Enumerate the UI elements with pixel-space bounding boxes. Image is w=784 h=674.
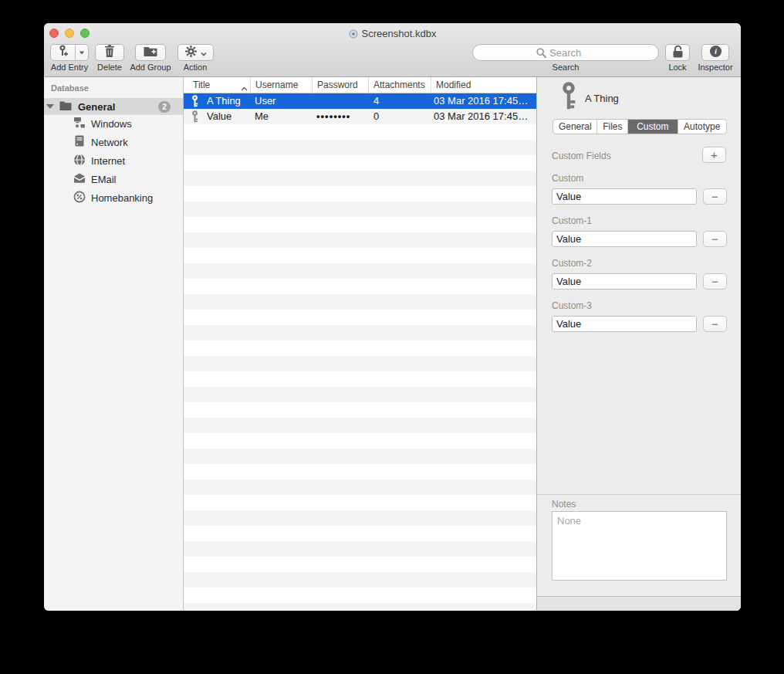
chevron-down-icon [201, 46, 207, 59]
sidebar-item-label: Windows [91, 118, 132, 130]
custom-field-label: Custom-1 [552, 215, 592, 226]
sort-ascending-icon [241, 81, 248, 93]
sidebar: Database General 2 [44, 77, 184, 611]
search-field[interactable] [472, 44, 659, 61]
sidebar-item-homebanking[interactable]: Homebanking [44, 188, 183, 207]
column-header-modified[interactable]: Modified [431, 77, 536, 93]
table-body[interactable]: A Thing User 4 03 Mar 2016 17:45… [184, 93, 536, 611]
inspector-tabs: General Files Custom Autotype [553, 119, 727, 134]
custom-field-value-input[interactable] [552, 188, 697, 205]
table-row[interactable]: Value Me •••••••• 0 03 Mar 2016 17:45… [184, 109, 536, 124]
add-entry-dropdown[interactable] [76, 51, 88, 55]
lock-label: Lock [668, 63, 686, 72]
folder-plus-icon [144, 46, 157, 59]
custom-field-label: Custom [552, 173, 583, 184]
gear-icon [184, 45, 198, 61]
window-title: Screenshot.kdbx [44, 28, 741, 41]
action-label: Action [184, 63, 208, 72]
entry-table: Title Username Password A [184, 77, 536, 611]
notes-divider [537, 494, 741, 495]
notes-textarea[interactable] [552, 511, 727, 581]
add-custom-field-button[interactable]: + [702, 147, 726, 163]
custom-field-value-input[interactable] [552, 231, 697, 247]
chevron-down-icon [79, 51, 84, 54]
sidebar-item-general[interactable]: General 2 [44, 98, 183, 115]
info-icon: i [709, 45, 722, 61]
sidebar-item-label: Network [91, 137, 128, 148]
tab-custom[interactable]: Custom [627, 120, 677, 134]
trash-icon [104, 45, 115, 60]
custom-fields-heading: Custom Fields [552, 151, 611, 161]
globe-icon [73, 154, 86, 168]
server-icon [73, 135, 86, 149]
table-header: Title Username Password A [184, 77, 536, 93]
remove-custom-field-button[interactable]: − [703, 188, 727, 205]
sidebar-item-email[interactable]: EMail [44, 170, 183, 188]
key-icon [191, 110, 199, 127]
entry-title: A Thing [585, 93, 619, 104]
table-row[interactable]: A Thing User 4 03 Mar 2016 17:45… [184, 93, 536, 109]
sidebar-item-label: Homebanking [91, 192, 153, 204]
custom-field-label: Custom-3 [552, 300, 592, 311]
folder-icon [59, 100, 72, 113]
add-group-button[interactable] [135, 44, 166, 61]
inspector-panel: A Thing General Files Custom Autotype [536, 77, 741, 611]
search-input[interactable] [549, 45, 654, 60]
delete-button[interactable] [95, 44, 124, 61]
sidebar-section-header: Database [51, 83, 89, 93]
search-icon [536, 48, 546, 58]
sidebar-item-internet[interactable]: Internet [44, 151, 183, 170]
window-header: Screenshot.kdbx [44, 23, 741, 77]
sidebar-item-label: EMail [91, 174, 117, 185]
column-header-username[interactable]: Username [250, 77, 312, 93]
add-entry-button[interactable] [50, 44, 89, 61]
envelope-icon [73, 173, 86, 185]
column-header-title[interactable]: Title [184, 77, 250, 93]
custom-field-value-input[interactable] [552, 273, 697, 290]
app-window: Screenshot.kdbx [44, 23, 741, 611]
inspector-button[interactable]: i [701, 44, 729, 61]
tab-general[interactable]: General [553, 120, 596, 134]
percent-icon [73, 191, 86, 205]
entry-key-icon [559, 82, 579, 113]
notes-heading: Notes [552, 499, 576, 510]
add-entry-label: Add Entry [51, 63, 88, 72]
key-plus-icon [58, 45, 69, 60]
desktop: Screenshot.kdbx [0, 0, 784, 674]
sidebar-item-label: Internet [91, 155, 125, 167]
window-content: Database General 2 [44, 77, 741, 611]
column-header-attachments[interactable]: Attachments [368, 77, 431, 93]
lock-button[interactable] [665, 44, 690, 61]
unlock-icon [672, 45, 684, 61]
document-proxy-icon[interactable] [349, 29, 358, 41]
custom-field-label: Custom-2 [552, 258, 592, 269]
search-label: Search [553, 63, 580, 72]
entry-count-badge: 2 [158, 101, 171, 113]
tab-autotype[interactable]: Autotype [678, 120, 726, 134]
remove-custom-field-button[interactable]: − [703, 273, 727, 290]
sidebar-item-label: General [78, 101, 115, 113]
inspector-bottom-bar [537, 596, 741, 611]
add-group-label: Add Group [130, 63, 171, 72]
delete-label: Delete [97, 63, 122, 72]
disclosure-triangle-icon[interactable] [46, 104, 54, 109]
remove-custom-field-button[interactable]: − [703, 231, 727, 247]
sidebar-item-windows[interactable]: Windows [44, 114, 183, 133]
tab-files[interactable]: Files [596, 120, 627, 134]
custom-field-value-input[interactable] [552, 316, 697, 332]
add-entry-main[interactable] [51, 45, 75, 60]
windows-network-icon [73, 117, 86, 131]
sidebar-item-network[interactable]: Network [44, 133, 183, 151]
window-title-text: Screenshot.kdbx [362, 28, 437, 39]
remove-custom-field-button[interactable]: − [703, 316, 727, 332]
column-header-password[interactable]: Password [312, 77, 368, 93]
inspector-label: Inspector [698, 63, 732, 72]
action-button[interactable] [177, 44, 214, 61]
